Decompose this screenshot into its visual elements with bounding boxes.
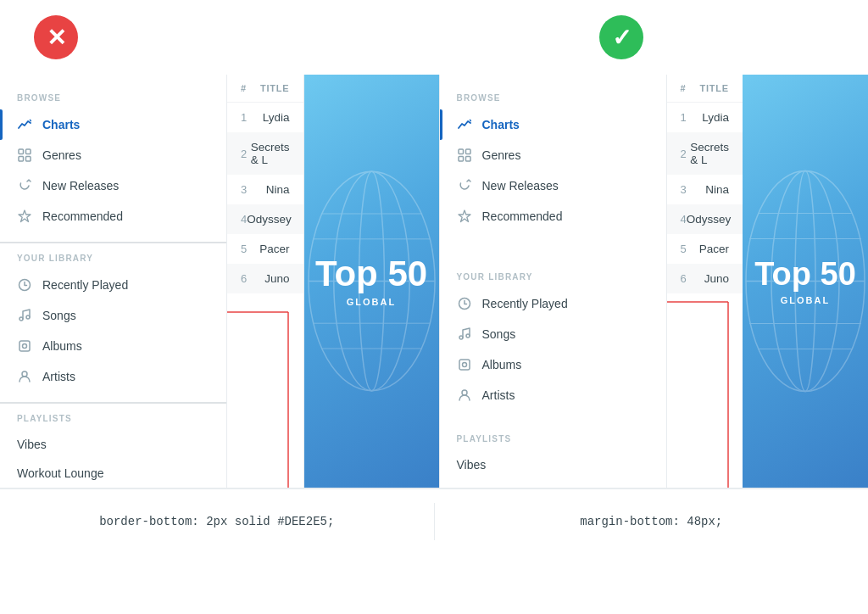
track-header-right: # TITLE	[667, 75, 743, 103]
artists-label-left: Artists	[42, 370, 75, 383]
right-top50-card: Top 50 GLOBAL	[743, 75, 868, 488]
left-tracks: 1 Lydia2 Secrets & L3 Nina4 Odyssey5 Pac…	[227, 103, 303, 293]
right-panel: BROWSE Charts	[440, 75, 743, 488]
nav-recently-played-left[interactable]: Recently Played	[0, 270, 226, 300]
header-row: ✕ ✓	[0, 0, 868, 75]
charts-label-right: Charts	[482, 118, 520, 131]
songs-label-left: Songs	[42, 309, 76, 322]
track-title: Lydia	[263, 111, 290, 124]
albums-label-right: Albums	[482, 358, 522, 371]
songs-label-right: Songs	[482, 327, 516, 341]
playlists-label-left: PLAYLISTS	[0, 414, 226, 430]
svg-rect-1	[19, 149, 24, 154]
track-num: 4	[681, 213, 687, 226]
track-num: 1	[241, 111, 263, 124]
col-num-left: #	[241, 83, 260, 93]
top50-label-right: GLOBAL	[781, 295, 830, 305]
new-releases-label-right: New Releases	[482, 179, 559, 193]
wrong-code-label: border-bottom: 2px solid #DEE2E5;	[0, 503, 434, 540]
nav-recommended-right[interactable]: Recommended	[440, 201, 666, 232]
nav-artists-left[interactable]: Artists	[0, 361, 226, 392]
nav-recently-played-right[interactable]: Recently Played	[440, 288, 666, 319]
recommended-icon-right	[457, 209, 472, 224]
recommended-label-left: Recommended	[42, 209, 123, 223]
svg-rect-24	[459, 149, 464, 154]
nav-albums-left[interactable]: Albums	[0, 331, 226, 361]
track-row[interactable]: 1 Lydia	[227, 103, 303, 132]
track-row[interactable]: 5 Pacer	[667, 234, 743, 264]
left-sidebar: BROWSE Charts	[0, 75, 227, 488]
top50-number-left: Top 50	[315, 256, 427, 292]
songs-icon-right	[457, 327, 472, 342]
nav-genres-right[interactable]: Genres	[440, 140, 666, 170]
right-sidebar: BROWSE Charts	[440, 75, 667, 488]
nav-charts-right[interactable]: Charts	[440, 109, 666, 140]
track-num: 5	[681, 243, 699, 255]
nav-workout-left[interactable]: Workout Lounge	[0, 459, 226, 488]
track-title: Odyssey	[687, 213, 732, 226]
nav-new-releases-left[interactable]: New Releases	[0, 170, 226, 201]
svg-point-11	[22, 371, 27, 377]
track-title: Pacer	[699, 243, 729, 255]
svg-point-10	[23, 344, 27, 349]
track-title: Secrets & L	[251, 141, 290, 166]
recommended-label-right: Recommended	[482, 209, 563, 223]
track-row[interactable]: 3 Nina	[227, 175, 303, 204]
svg-marker-5	[19, 210, 31, 222]
charts-icon-left	[17, 117, 32, 132]
artists-icon-left	[17, 369, 32, 384]
nav-genres-left[interactable]: Genres	[0, 140, 226, 170]
track-row[interactable]: 3 Nina	[667, 175, 743, 204]
svg-point-33	[462, 363, 466, 367]
bottom-labels: border-bottom: 2px solid #DEE2E5; margin…	[0, 488, 868, 540]
genres-icon-left	[17, 148, 32, 163]
recently-played-label-left: Recently Played	[42, 278, 128, 292]
artists-icon-right	[457, 388, 472, 403]
correct-icon: ✓	[599, 15, 643, 59]
track-title: Secrets & L	[690, 141, 729, 166]
right-tracks: 1 Lydia2 Secrets & L3 Nina4 Odyssey5 Pac…	[667, 103, 743, 293]
nav-recommended-left[interactable]: Recommended	[0, 201, 226, 232]
nav-albums-right[interactable]: Albums	[440, 349, 666, 380]
recently-played-label-right: Recently Played	[482, 297, 568, 310]
right-track-area: # TITLE 1 Lydia2 Secrets & L3 Nina4 Odys…	[667, 75, 743, 488]
playlists-label-right: PLAYLISTS	[440, 434, 666, 450]
genres-icon-right	[457, 148, 472, 163]
nav-vibes-right[interactable]: Vibes	[440, 450, 666, 479]
track-row[interactable]: 2 Secrets & L	[227, 132, 303, 175]
nav-songs-right[interactable]: Songs	[440, 319, 666, 349]
nav-artists-right[interactable]: Artists	[440, 380, 666, 410]
svg-line-0	[30, 120, 31, 121]
track-row[interactable]: 5 Pacer	[227, 234, 303, 264]
nav-songs-left[interactable]: Songs	[0, 300, 226, 331]
svg-rect-25	[465, 149, 470, 154]
nav-charts-left[interactable]: Charts	[0, 109, 226, 140]
svg-point-7	[19, 317, 23, 321]
correct-icon-wrap: ✓	[426, 15, 817, 59]
track-row[interactable]: 2 Secrets & L	[667, 132, 743, 175]
track-row[interactable]: 4 Odyssey	[667, 204, 743, 234]
track-row[interactable]: 4 Odyssey	[227, 204, 303, 234]
track-title: Odyssey	[247, 213, 292, 226]
track-title: Juno	[704, 272, 729, 285]
track-row[interactable]: 6 Juno	[667, 264, 743, 293]
track-num: 2	[681, 148, 691, 160]
albums-icon-left	[17, 338, 32, 354]
col-title-left: TITLE	[260, 83, 290, 93]
svg-marker-28	[459, 210, 470, 222]
correct-code-label: margin-bottom: 48px;	[435, 503, 869, 540]
svg-point-8	[26, 315, 30, 319]
songs-icon-left	[17, 308, 32, 323]
svg-rect-2	[26, 149, 31, 154]
nav-new-releases-right[interactable]: New Releases	[440, 170, 666, 201]
albums-label-left: Albums	[42, 339, 82, 353]
track-row[interactable]: 1 Lydia	[667, 103, 743, 132]
left-track-area: # TITLE 1 Lydia2 Secrets & L3 Nina4 Odys…	[227, 75, 303, 488]
svg-point-34	[462, 390, 467, 395]
track-row[interactable]: 6 Juno	[227, 264, 303, 293]
artists-label-right: Artists	[482, 388, 515, 402]
genres-label-left: Genres	[42, 148, 81, 162]
nav-vibes-left[interactable]: Vibes	[0, 430, 226, 459]
track-num: 3	[681, 183, 706, 196]
vibes-label-right: Vibes	[457, 458, 487, 472]
